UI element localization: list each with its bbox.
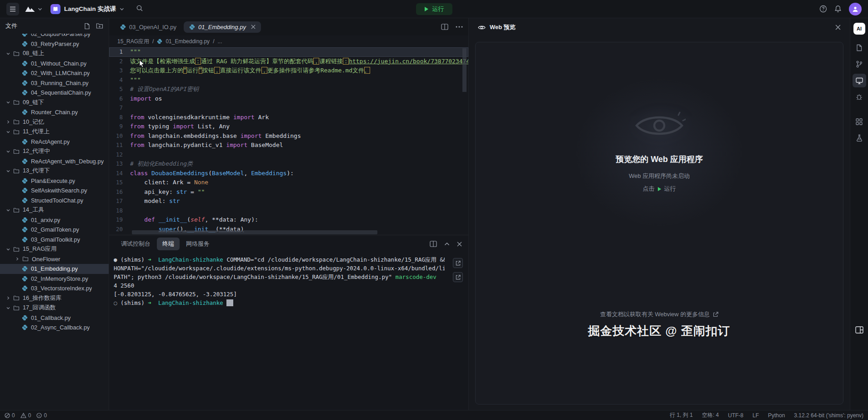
code-line-8[interactable]: 8from volcenginesdkarkruntime import Ark xyxy=(109,113,468,122)
preview-docs-link-text[interactable]: 查看文档以获取有关 Webview 的更多信息 xyxy=(600,310,710,319)
restore-panel-button[interactable] xyxy=(850,326,868,334)
main-menu-button[interactable] xyxy=(6,3,19,15)
tree-file-03_Running_Chain.py[interactable]: 03_Running_Chain.py xyxy=(0,78,109,88)
preview-docs-link[interactable]: 查看文档以获取有关 Webview 的更多信息 xyxy=(476,310,843,319)
editor-horizontal-scrollbar[interactable] xyxy=(132,230,377,234)
chevron-right-icon[interactable] xyxy=(5,120,12,124)
maximize-panel-icon[interactable] xyxy=(444,242,450,246)
status-item[interactable]: 3.12.2 64-bit ('shims': pyenv) xyxy=(794,412,863,419)
tree-file-StructedToolChat.py[interactable]: StructedToolChat.py xyxy=(0,196,109,206)
tree-file-02_OutputFixParser.py[interactable]: 02_OutputFixParser.py xyxy=(0,34,109,39)
tree-folder-11_代理上[interactable]: 11_代理上 xyxy=(0,127,109,137)
tree-file-Rounter_Chain.py[interactable]: Rounter_Chain.py xyxy=(0,107,109,117)
source-control-button[interactable] xyxy=(853,57,866,71)
workspace-logo-button[interactable] xyxy=(25,5,42,12)
panel-tab-网络服务[interactable]: 网络服务 xyxy=(181,238,215,250)
panel-tab-终端[interactable]: 终端 xyxy=(157,238,180,250)
open-output-external-icon[interactable] xyxy=(453,272,463,282)
tree-file-01_Embedding.py[interactable]: 01_Embedding.py xyxy=(0,264,109,274)
chevron-right-icon[interactable] xyxy=(5,296,12,300)
help-icon[interactable] xyxy=(819,5,827,13)
file-search-button[interactable] xyxy=(853,41,866,55)
global-search-button[interactable] xyxy=(136,5,143,13)
code-line-13[interactable]: 13# 初始化Embedding类 xyxy=(109,159,468,169)
user-avatar[interactable] xyxy=(849,3,862,15)
extensions-button[interactable] xyxy=(853,115,866,128)
code-line-2[interactable]: 2该文件是【检索增强生成：通过 RAG 助力鲜花运营】章节的配套代码，课程链接：… xyxy=(109,57,468,66)
errors-count[interactable]: 0 xyxy=(5,412,15,419)
tree-folder-OneFlower[interactable]: OneFlower xyxy=(0,254,109,264)
close-preview-icon[interactable] xyxy=(835,25,841,30)
tree-file-01_Without_Chain.py[interactable]: 01_Without_Chain.py xyxy=(0,59,109,69)
chevron-right-icon[interactable] xyxy=(14,257,21,261)
tree-file-03_RetryParser.py[interactable]: 03_RetryParser.py xyxy=(0,39,109,49)
code-line-15[interactable]: 15 client: Ark = None xyxy=(109,178,468,187)
split-panel-icon[interactable] xyxy=(430,241,437,247)
problems-summary[interactable]: 0 0 0 xyxy=(5,412,47,419)
code-line-12[interactable]: 12 xyxy=(109,150,468,160)
tree-file-SelfAskwithSearch.py[interactable]: SelfAskwithSearch.py xyxy=(0,186,109,196)
code-line-5[interactable]: 5# 设置OpenAI的API密钥 xyxy=(109,85,468,94)
chevron-down-icon[interactable] xyxy=(5,208,12,213)
tree-folder-12_代理中[interactable]: 12_代理中 xyxy=(0,147,109,157)
code-line-14[interactable]: 14class DoubaoEmbeddings(BaseModel, Embe… xyxy=(109,169,468,178)
code-editor[interactable]: 1"""2该文件是【检索增强生成：通过 RAG 助力鲜花运营】章节的配套代码，课… xyxy=(109,47,468,235)
debug-button[interactable] xyxy=(853,90,866,104)
breadcrumb-file[interactable]: 01_Embedding.py xyxy=(166,38,210,45)
run-button[interactable]: 运行 xyxy=(416,3,452,15)
tree-file-ReActAgent_with_Debug.py[interactable]: ReActAgent_with_Debug.py xyxy=(0,157,109,167)
tree-file-02_InMemoryStore.py[interactable]: 02_InMemoryStore.py xyxy=(0,274,109,284)
project-switcher[interactable]: LangChain 实战课 xyxy=(50,4,124,14)
tree-folder-14_工具[interactable]: 14_工具 xyxy=(0,205,109,215)
code-line-3[interactable]: 3您可以点击最上方的“运行”按钮，直接运行该文件，更多操作指引请参考Readme… xyxy=(109,66,468,76)
tree-file-02_With_LLMChain.py[interactable]: 02_With_LLMChain.py xyxy=(0,68,109,78)
tree-folder-16_操作数据库[interactable]: 16_操作数据库 xyxy=(0,293,109,304)
web-preview-button[interactable] xyxy=(853,74,866,87)
tree-folder-09_链下[interactable]: 09_链下 xyxy=(0,98,109,108)
breadcrumb-folder[interactable]: 15_RAG应用 xyxy=(117,38,149,46)
code-line-10[interactable]: 10from langchain.embeddings.base import … xyxy=(109,132,468,141)
chevron-down-icon[interactable] xyxy=(5,149,12,154)
code-line-4[interactable]: 4""" xyxy=(109,76,468,85)
new-folder-icon[interactable] xyxy=(96,23,103,29)
chevron-down-icon[interactable] xyxy=(5,130,12,134)
breadcrumb-more[interactable]: ... xyxy=(217,38,222,45)
tree-file-Plan&Execute.py[interactable]: Plan&Execute.py xyxy=(0,176,109,186)
tree-folder-13_代理下[interactable]: 13_代理下 xyxy=(0,166,109,176)
tree-file-04_SequentialChain.py[interactable]: 04_SequentialChain.py xyxy=(0,88,109,98)
tree-file-03_GmailToolkit.py[interactable]: 03_GmailToolkit.py xyxy=(0,235,109,245)
code-line-16[interactable]: 16 api_key: str = "" xyxy=(109,187,468,197)
tree-file-03_VectorstoreIndex.py[interactable]: 03_VectorstoreIndex.py xyxy=(0,283,109,293)
chevron-down-icon[interactable] xyxy=(5,306,12,310)
tree-file-01_Callback.py[interactable]: 01_Callback.py xyxy=(0,313,109,323)
close-panel-icon[interactable] xyxy=(457,242,462,247)
notifications-bell-icon[interactable] xyxy=(834,5,842,13)
tree-file-ReActAgent.py[interactable]: ReActAgent.py xyxy=(0,137,109,147)
chevron-down-icon[interactable] xyxy=(5,169,12,173)
tree-file-01_arxiv.py[interactable]: 01_arxiv.py xyxy=(0,215,109,225)
status-item[interactable]: UTF-8 xyxy=(728,412,743,419)
close-tab-icon[interactable] xyxy=(251,25,256,29)
chevron-down-icon[interactable] xyxy=(5,100,12,105)
tree-folder-08_链上[interactable]: 08_链上 xyxy=(0,49,109,59)
info-count[interactable]: 0 xyxy=(36,412,47,419)
code-line-1[interactable]: 1""" xyxy=(109,47,468,57)
code-line-18[interactable]: 18 xyxy=(109,206,468,216)
editor-vertical-scrollbar[interactable] xyxy=(462,48,467,92)
ai-assistant-button[interactable]: AI xyxy=(853,23,865,35)
tree-folder-17_回调函数[interactable]: 17_回调函数 xyxy=(0,303,109,313)
code-line-17[interactable]: 17 model: str xyxy=(109,197,468,206)
status-item[interactable]: 空格: 4 xyxy=(702,411,719,419)
tree-file-02_Async_Callback.py[interactable]: 02_Async_Callback.py xyxy=(0,323,109,333)
open-output-in-editor-icon[interactable] xyxy=(453,258,463,268)
split-editor-icon[interactable] xyxy=(441,24,448,30)
breadcrumb[interactable]: 15_RAG应用 / 01_Embedding.py / ... xyxy=(109,35,468,47)
code-line-11[interactable]: 11from langchain.pydantic_v1 import Base… xyxy=(109,141,468,150)
status-item[interactable]: LF xyxy=(753,412,759,419)
tree-folder-15_RAG应用[interactable]: 15_RAG应用 xyxy=(0,244,109,254)
code-line-19[interactable]: 19 def __init__(self, **data: Any): xyxy=(109,215,468,225)
editor-tab-01_Embedding.py[interactable]: 01_Embedding.py xyxy=(184,21,261,33)
tree-folder-10_记忆[interactable]: 10_记忆 xyxy=(0,117,109,127)
chevron-down-icon[interactable] xyxy=(5,51,12,56)
code-line-9[interactable]: 9from typing import List, Any xyxy=(109,122,468,132)
